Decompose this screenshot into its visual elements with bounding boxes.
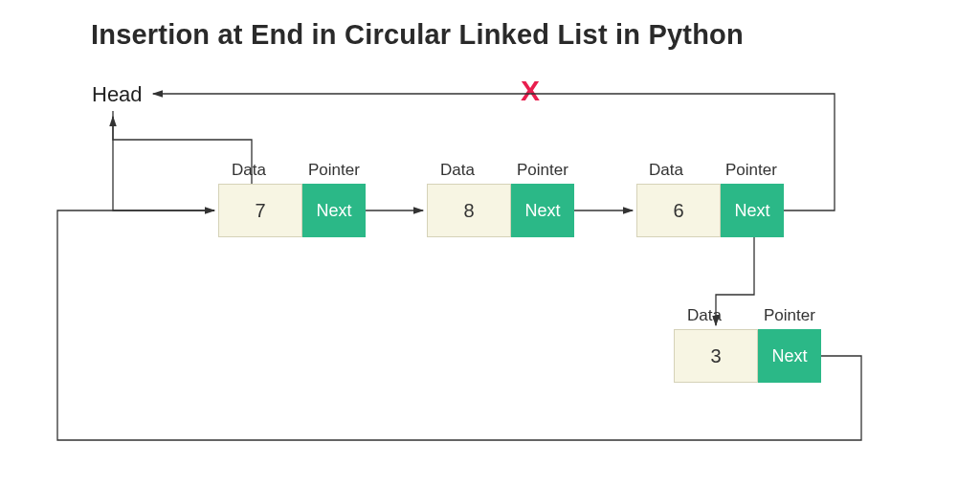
pointer-label: Pointer	[517, 161, 568, 180]
node-1-pointer: Next	[302, 184, 366, 237]
node-4-data: 3	[674, 329, 758, 383]
pointer-label: Pointer	[308, 161, 360, 180]
node-3-data: 6	[636, 184, 721, 237]
node-2-pointer: Next	[511, 184, 574, 237]
data-label: Data	[649, 161, 683, 180]
node-4-new: 3 Next	[674, 329, 821, 383]
data-label: Data	[232, 161, 266, 180]
node-2: 8 Next	[427, 184, 574, 237]
node-3: 6 Next	[636, 184, 784, 237]
head-label: Head	[92, 82, 143, 107]
pointer-label: Pointer	[764, 306, 815, 325]
arrows-svg	[0, 0, 980, 487]
pointer-label: Pointer	[725, 161, 777, 180]
node-4-pointer: Next	[758, 329, 821, 383]
node-1-data: 7	[218, 184, 302, 237]
broken-link-x-icon: X	[521, 77, 540, 105]
node-3-pointer: Next	[721, 184, 784, 237]
node-1: 7 Next	[218, 184, 366, 237]
page-title: Insertion at End in Circular Linked List…	[91, 19, 744, 51]
data-label: Data	[687, 306, 722, 325]
node-2-data: 8	[427, 184, 511, 237]
data-label: Data	[440, 161, 475, 180]
